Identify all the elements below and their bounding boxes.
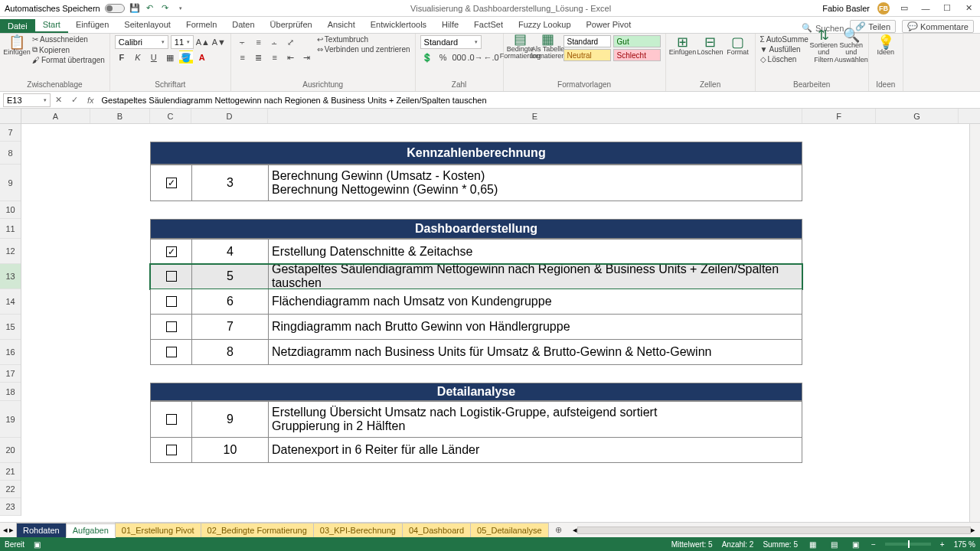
sheet-nav-first-icon[interactable]: ◂ bbox=[3, 525, 8, 535]
row-header-17[interactable]: 17 bbox=[0, 365, 21, 383]
sheet-tab[interactable]: 05_Detailanalyse bbox=[470, 523, 548, 537]
tab-power pivot[interactable]: Power Pivot bbox=[579, 18, 639, 33]
fill-color-button[interactable]: 🪣 bbox=[179, 51, 193, 64]
sheet-tab[interactable]: Aufgaben bbox=[66, 523, 116, 538]
cell-style-neutral[interactable]: Neutral bbox=[564, 49, 611, 61]
vertical-scrollbar[interactable] bbox=[969, 124, 980, 522]
column-header-D[interactable]: D bbox=[191, 109, 268, 123]
merge-center-button[interactable]: ⇔Verbinden und zentrieren bbox=[317, 45, 410, 54]
cut-button[interactable]: ✂Ausschneiden bbox=[32, 35, 105, 44]
task-row[interactable]: 5Gestapeltes Säulendiagramm Nettogewinn … bbox=[150, 264, 802, 289]
horizontal-scrollbar[interactable]: ◂▸ bbox=[568, 523, 981, 537]
font-size-select[interactable]: 11▾ bbox=[171, 35, 194, 49]
zoom-slider[interactable] bbox=[885, 543, 931, 546]
task-row[interactable]: 6Flächendiagramm nach Umsatz von Kundeng… bbox=[150, 289, 802, 315]
row-header-7[interactable]: 7 bbox=[0, 124, 21, 142]
tab-entwicklertools[interactable]: Entwicklertools bbox=[363, 18, 434, 33]
format-painter-button[interactable]: 🖌Format übertragen bbox=[32, 56, 105, 64]
row-header-8[interactable]: 8 bbox=[0, 142, 21, 165]
zoom-in-button[interactable]: + bbox=[940, 540, 945, 549]
fill-button[interactable]: ▼Ausfüllen bbox=[760, 45, 808, 54]
task-row[interactable]: ✓3Berechnung Gewinn (Umsatz - Kosten)Ber… bbox=[150, 165, 802, 201]
task-row[interactable]: 8Netzdiagramm nach Business Units für Um… bbox=[150, 340, 802, 365]
select-all-corner[interactable] bbox=[0, 109, 21, 124]
ideas-button[interactable]: 💡Ideen bbox=[874, 35, 898, 57]
conditional-formatting-button[interactable]: ▤Bedingte Formatierung bbox=[508, 35, 533, 57]
save-icon[interactable]: 💾 bbox=[129, 3, 140, 14]
border-button[interactable]: ▦ bbox=[163, 51, 177, 64]
sheet-tab[interactable]: 01_Erstellung Pivot bbox=[115, 523, 201, 537]
redo-icon[interactable]: ↷ bbox=[160, 3, 171, 14]
row-header-16[interactable]: 16 bbox=[0, 340, 21, 365]
row-header-18[interactable]: 18 bbox=[0, 383, 21, 401]
sheet-tab[interactable]: 03_KPI-Berechnung bbox=[313, 523, 403, 537]
column-header-C[interactable]: C bbox=[150, 109, 191, 123]
row-header-20[interactable]: 20 bbox=[0, 438, 21, 463]
cell-style-standard[interactable]: Standard bbox=[564, 35, 611, 47]
clear-button[interactable]: ◇Löschen bbox=[760, 55, 808, 64]
maximize-icon[interactable]: ☐ bbox=[940, 3, 954, 14]
close-icon[interactable]: ✕ bbox=[962, 3, 975, 14]
tab-formeln[interactable]: Formeln bbox=[178, 18, 224, 33]
row-header-22[interactable]: 22 bbox=[0, 481, 21, 498]
column-header-F[interactable]: F bbox=[802, 109, 876, 123]
checkbox[interactable] bbox=[166, 271, 177, 282]
wrap-text-button[interactable]: ↩Textumbruch bbox=[317, 35, 410, 44]
number-format-select[interactable]: Standard▾ bbox=[420, 35, 482, 49]
zoom-out-button[interactable]: − bbox=[871, 540, 876, 549]
tab-überprüfen[interactable]: Überprüfen bbox=[263, 18, 320, 33]
name-box[interactable]: E13▾ bbox=[3, 93, 51, 107]
tab-seitenlayout[interactable]: Seitenlayout bbox=[116, 18, 178, 33]
task-row[interactable]: 9Erstellung Übersicht Umsatz nach Logist… bbox=[150, 401, 802, 438]
checkbox[interactable]: ✓ bbox=[166, 246, 177, 257]
checkbox[interactable] bbox=[166, 445, 177, 455]
tab-einfügen[interactable]: Einfügen bbox=[68, 18, 116, 33]
insert-cells-button[interactable]: ⊞Einfügen bbox=[671, 35, 695, 57]
tab-file[interactable]: Datei bbox=[0, 19, 35, 33]
checkbox[interactable] bbox=[166, 414, 177, 425]
enter-formula-icon[interactable]: ✓ bbox=[67, 95, 83, 105]
copy-button[interactable]: ⧉Kopieren bbox=[32, 45, 105, 54]
fx-icon[interactable]: fx bbox=[83, 96, 99, 105]
page-break-view-icon[interactable]: ▣ bbox=[850, 539, 862, 549]
align-right-icon[interactable]: ≡ bbox=[268, 51, 282, 64]
italic-button[interactable]: K bbox=[131, 51, 145, 64]
row-header-14[interactable]: 14 bbox=[0, 289, 21, 315]
cell-style-gut[interactable]: Gut bbox=[613, 35, 661, 47]
find-select-button[interactable]: 🔍Suchen und Auswählen bbox=[839, 35, 864, 57]
align-center-icon[interactable]: ≣ bbox=[252, 51, 266, 64]
user-avatar[interactable]: FB bbox=[877, 2, 890, 15]
comments-button[interactable]: 💬Kommentare bbox=[902, 20, 974, 33]
normal-view-icon[interactable]: ▦ bbox=[807, 539, 819, 549]
tab-daten[interactable]: Daten bbox=[224, 18, 262, 33]
checkbox[interactable]: ✓ bbox=[166, 178, 177, 188]
align-middle-icon[interactable]: ≡ bbox=[252, 35, 266, 49]
sheet-tab[interactable]: 02_Bedingte Formatierung bbox=[201, 523, 314, 537]
column-header-G[interactable]: G bbox=[876, 109, 959, 123]
sheet-nav-last-icon[interactable]: ▸ bbox=[9, 525, 14, 535]
autosave-toggle[interactable] bbox=[105, 4, 125, 13]
task-row[interactable]: ✓4Erstellung Datenschnitte & Zeitachse bbox=[150, 239, 802, 264]
indent-decrease-icon[interactable]: ⇤ bbox=[284, 51, 298, 64]
column-header-A[interactable]: A bbox=[21, 109, 90, 123]
cancel-formula-icon[interactable]: ✕ bbox=[51, 95, 67, 105]
ribbon-display-options-icon[interactable]: ▭ bbox=[897, 3, 911, 14]
currency-button[interactable]: 💲 bbox=[420, 51, 434, 64]
row-header-23[interactable]: 23 bbox=[0, 498, 21, 516]
qat-customize-icon[interactable]: ▾ bbox=[175, 3, 186, 14]
undo-icon[interactable]: ↶ bbox=[145, 3, 155, 14]
decrease-font-icon[interactable]: A▼ bbox=[212, 35, 226, 49]
tab-fuzzy lookup[interactable]: Fuzzy Lookup bbox=[511, 18, 578, 33]
align-top-icon[interactable]: ⫟ bbox=[236, 35, 250, 49]
macro-record-icon[interactable]: ▣ bbox=[34, 540, 41, 549]
checkbox[interactable] bbox=[166, 347, 177, 357]
minimize-icon[interactable]: — bbox=[919, 3, 933, 14]
cell-style-schlecht[interactable]: Schlecht bbox=[613, 49, 661, 61]
paste-button[interactable]: 📋Einfügen bbox=[5, 35, 29, 57]
checkbox[interactable] bbox=[166, 321, 177, 332]
column-header-E[interactable]: E bbox=[268, 109, 802, 123]
row-header-11[interactable]: 11 bbox=[0, 219, 21, 239]
column-header-B[interactable]: B bbox=[90, 109, 150, 123]
page-layout-view-icon[interactable]: ▤ bbox=[828, 539, 841, 549]
sheet-tab[interactable]: 04_Dashboard bbox=[402, 523, 471, 537]
